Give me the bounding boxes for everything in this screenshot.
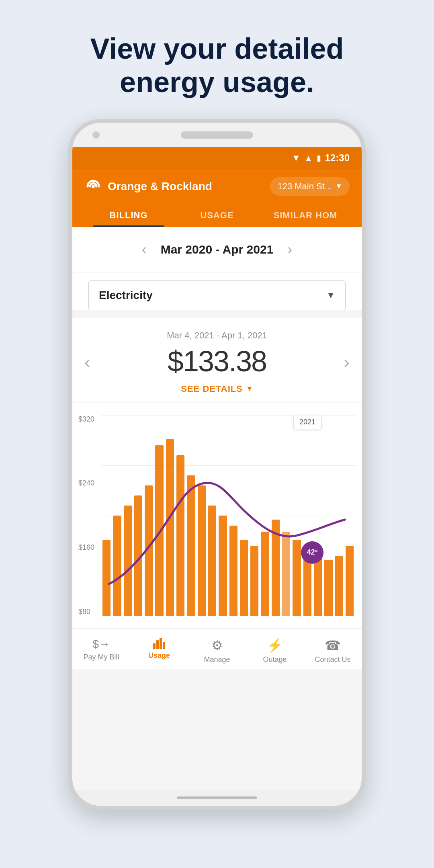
nav-item-manage[interactable]: ⚙ Manage: [188, 635, 246, 667]
date-next-button[interactable]: ›: [281, 239, 298, 260]
nav-tabs: BILLING USAGE SIMILAR HOM: [84, 204, 350, 227]
bar-13: [229, 526, 237, 616]
tab-similar[interactable]: SIMILAR HOM: [261, 204, 350, 227]
bar-5: [145, 485, 153, 616]
chart-y-labels: $320 $240 $160 $80: [78, 415, 94, 616]
billing-prev-button[interactable]: ‹: [80, 348, 94, 376]
outage-label: Outage: [263, 655, 287, 664]
manage-icon: ⚙: [211, 638, 223, 653]
nav-item-outage[interactable]: ⚡ Outage: [246, 635, 304, 667]
page-title: View your detailed energy usage.: [0, 0, 434, 119]
date-range-text: Mar 2020 - Apr 2021: [161, 243, 274, 256]
tab-billing[interactable]: BILLING: [84, 204, 173, 227]
nav-item-usage[interactable]: Usage: [130, 635, 188, 667]
billing-section: ‹ Mar 4, 2021 - Apr 1, 2021 $133.38 SEE …: [72, 318, 362, 402]
bar-3: [124, 506, 132, 616]
electricity-dropdown[interactable]: Electricity ▼: [88, 280, 346, 310]
status-icons: ▼ ▲ ▮ 12:30: [292, 152, 350, 164]
see-details-arrow-icon: ▼: [246, 385, 253, 393]
bar-2: [113, 516, 121, 616]
y-label-240: $240: [78, 479, 94, 487]
bar-15: [250, 546, 258, 616]
bar-17: [272, 520, 280, 616]
bar-8: [176, 455, 184, 616]
dropdown-label: Electricity: [99, 289, 153, 302]
chart-area: 42°: [100, 415, 356, 616]
bar-6: [155, 445, 163, 616]
address-arrow-icon: ▼: [335, 182, 342, 190]
bar-11: [208, 506, 216, 616]
nav-item-contact[interactable]: ☎ Contact Us: [304, 635, 362, 667]
usage-icon: [153, 638, 165, 649]
bar-9: [187, 475, 195, 616]
date-navigator: ‹ Mar 2020 - Apr 2021 ›: [72, 227, 362, 272]
phone-top: [72, 123, 362, 147]
address-text: 123 Main St...: [277, 181, 332, 192]
bar-12: [219, 516, 227, 616]
outage-icon: ⚡: [267, 638, 283, 653]
contact-label: Contact Us: [315, 655, 350, 664]
pay-icon: $→: [92, 638, 110, 651]
temperature-badge: 42°: [301, 541, 323, 564]
bar-19: [293, 540, 301, 616]
y-label-320: $320: [78, 415, 94, 424]
bar-22: [324, 560, 332, 616]
content-area: ‹ Mar 2020 - Apr 2021 › Electricity ▼ ‹ …: [72, 227, 362, 790]
phone-bottom: [72, 790, 362, 806]
svg-point-0: [92, 185, 95, 188]
billing-next-button[interactable]: ›: [340, 348, 354, 376]
status-bar: ▼ ▲ ▮ 12:30: [72, 147, 362, 169]
manage-label: Manage: [204, 655, 230, 664]
bar-16: [261, 532, 269, 616]
app-header: Orange & Rockland 123 Main St... ▼ BILLI…: [72, 169, 362, 227]
bar-4: [134, 495, 142, 616]
dropdown-arrow-icon: ▼: [326, 290, 335, 301]
phone-shell: ▼ ▲ ▮ 12:30 Orange & Rockland 123 Main S…: [68, 119, 366, 810]
usage-label: Usage: [148, 651, 170, 660]
phone-camera: [92, 131, 100, 139]
pay-label: Pay My Bill: [83, 653, 119, 661]
wifi-icon: ▼: [292, 153, 301, 163]
address-selector[interactable]: 123 Main St... ▼: [270, 177, 350, 196]
logo-icon: [84, 178, 102, 195]
date-prev-button[interactable]: ‹: [136, 239, 153, 260]
nav-item-pay[interactable]: $→ Pay My Bill: [72, 635, 130, 667]
bar-7: [166, 439, 174, 616]
phone-speaker: [181, 131, 253, 139]
contact-icon: ☎: [325, 638, 341, 653]
bars-container: [100, 415, 356, 616]
billing-amount: $133.38: [100, 345, 334, 378]
see-details-text: SEE DETAILS: [181, 384, 243, 394]
bottom-nav: $→ Pay My Bill Usage ⚙ Manage ⚡ Outage: [72, 628, 362, 669]
tab-usage[interactable]: USAGE: [173, 204, 261, 227]
app-logo: Orange & Rockland: [84, 178, 212, 195]
y-label-80: $80: [78, 608, 94, 616]
bar-14: [240, 540, 248, 616]
bar-1: [102, 540, 111, 616]
logo-text: Orange & Rockland: [108, 180, 212, 193]
billing-period-info: Mar 4, 2021 - Apr 1, 2021 $133.38 SEE DE…: [100, 330, 334, 394]
bar-24: [346, 546, 354, 616]
billing-date-label: Mar 4, 2021 - Apr 1, 2021: [100, 330, 334, 341]
status-time: 12:30: [325, 152, 350, 164]
y-label-160: $160: [78, 543, 94, 552]
home-indicator: [177, 796, 257, 799]
chart-container: $320 $240 $160 $80 2021: [72, 403, 362, 628]
bar-23: [335, 556, 343, 616]
see-details-button[interactable]: SEE DETAILS ▼: [100, 384, 334, 394]
bar-10: [198, 485, 206, 616]
bar-18: [282, 532, 290, 616]
bar-21: [314, 556, 322, 616]
signal-icon: ▲: [305, 154, 313, 163]
battery-icon: ▮: [317, 153, 321, 163]
